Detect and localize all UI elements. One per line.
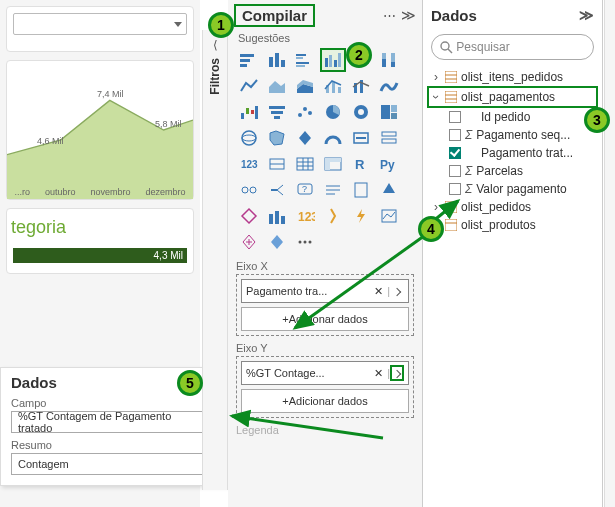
viz-funnel-icon[interactable] (264, 100, 290, 124)
field-menu-icon[interactable] (390, 285, 404, 297)
field-pag-seq[interactable]: ΣPagamento seq... (427, 126, 598, 144)
search-placeholder: Pesquisar (456, 40, 509, 54)
axis-x-field[interactable]: Pagamento tra... ✕ | (241, 279, 409, 303)
viz-column-icon[interactable] (264, 48, 290, 72)
viz-custom1-icon[interactable] (236, 230, 262, 254)
step-badge-5: 5 (177, 370, 203, 396)
collapse-icon[interactable]: ⟨ (213, 38, 218, 52)
svg-rect-29 (251, 110, 254, 114)
table-olist-itens[interactable]: ›olist_itens_pedidos (427, 68, 598, 86)
svg-rect-73 (269, 214, 273, 224)
viz-line-column-icon[interactable] (320, 74, 346, 98)
viz-map-icon[interactable] (236, 126, 262, 150)
svg-rect-47 (382, 132, 396, 136)
viz-clustered-column-icon[interactable] (320, 48, 346, 72)
svg-point-78 (299, 241, 302, 244)
search-icon (440, 41, 453, 54)
viz-sparkline-icon[interactable] (376, 204, 402, 228)
visual-card-slicer[interactable] (6, 6, 194, 52)
table-olist-pagamentos[interactable]: ›olist_pagamentos (427, 86, 598, 108)
viz-goals-icon[interactable] (320, 204, 346, 228)
remove-icon[interactable]: ✕ (370, 367, 387, 380)
checkbox-checked[interactable] (449, 147, 461, 159)
viz-py-icon[interactable]: Py (376, 152, 402, 176)
viz-decomp-icon[interactable] (264, 178, 290, 202)
expand-icon[interactable]: ≫ (579, 7, 594, 23)
viz-donut-icon[interactable] (348, 100, 374, 124)
viz-flash-icon[interactable]: 123 (292, 204, 318, 228)
svg-rect-5 (281, 60, 285, 67)
viz-clustered-bar-icon[interactable] (292, 48, 318, 72)
viz-slicer-icon[interactable] (264, 152, 290, 176)
axis-y-field[interactable]: %GT Contage... ✕ | (241, 361, 409, 385)
viz-more-icon[interactable] (292, 230, 318, 254)
viz-automate-icon[interactable] (264, 204, 290, 228)
field-id-pedido[interactable]: Id pedido (427, 108, 598, 126)
viz-stacked-area-icon[interactable] (292, 74, 318, 98)
viz-filled-map-icon[interactable] (264, 126, 290, 150)
viz-narrative-icon[interactable] (320, 178, 346, 202)
viz-kpi-icon[interactable]: 123 (236, 152, 262, 176)
svg-point-35 (303, 107, 307, 111)
visual-card-area-chart[interactable]: 4,6 Mil 7,4 Mil 5,8 Mil ...ro outubro no… (6, 60, 194, 200)
search-input[interactable]: Pesquisar (431, 34, 594, 60)
checkbox[interactable] (449, 165, 461, 177)
summary-label: Resumo (11, 439, 219, 451)
checkbox[interactable] (449, 183, 461, 195)
checkbox[interactable] (449, 111, 461, 123)
expand-icon[interactable]: ≫ (401, 7, 416, 23)
summary-select[interactable]: Contagem (11, 453, 219, 475)
axis-y-field-text: %GT Contage... (246, 367, 370, 379)
viz-arcgis-icon[interactable] (376, 178, 402, 202)
suggestions-label: Sugestões (228, 30, 422, 46)
viz-r-icon[interactable]: R (348, 152, 374, 176)
viz-key-influencers-icon[interactable] (236, 178, 262, 202)
viz-pie-icon[interactable] (320, 100, 346, 124)
viz-paginated-icon[interactable] (348, 178, 374, 202)
viz-gauge-icon[interactable] (320, 126, 346, 150)
viz-stacked-col100-icon[interactable] (376, 48, 402, 72)
slicer-dropdown[interactable] (13, 13, 187, 35)
field-parcelas[interactable]: ΣParcelas (427, 162, 598, 180)
svg-point-39 (358, 109, 364, 115)
viz-area-icon[interactable] (264, 74, 290, 98)
viz-line-stacked-icon[interactable] (348, 74, 374, 98)
viz-multirow-icon[interactable] (376, 126, 402, 150)
svg-line-65 (277, 185, 283, 190)
field-menu-icon[interactable] (390, 365, 404, 381)
viz-custom2-icon[interactable] (264, 230, 290, 254)
viz-ribbon-icon[interactable] (376, 74, 402, 98)
remove-icon[interactable]: ✕ (370, 285, 387, 298)
table-olist-pedidos[interactable]: ›olist_pedidos (427, 198, 598, 216)
svg-text:?: ? (302, 184, 307, 194)
checkbox[interactable] (449, 129, 461, 141)
axis-y-well[interactable]: %GT Contage... ✕ | +Adicionar dados (236, 356, 414, 418)
viz-treemap-icon[interactable] (376, 100, 402, 124)
field-valor[interactable]: ΣValor pagamento (427, 180, 598, 198)
svg-point-79 (304, 241, 307, 244)
filters-rail[interactable]: ⟨ Filtros (202, 30, 228, 490)
viz-stacked-bar-icon[interactable] (236, 48, 262, 72)
viz-table-icon[interactable] (292, 152, 318, 176)
viz-azure-map-icon[interactable] (292, 126, 318, 150)
svg-point-44 (242, 135, 256, 141)
viz-card-icon[interactable] (348, 126, 374, 150)
viz-flash2-icon[interactable] (348, 204, 374, 228)
viz-qa-icon[interactable]: ? (292, 178, 318, 202)
more-icon[interactable]: ⋯ (383, 8, 397, 23)
visual-card-bar[interactable]: tegoria 4,3 Mil (6, 208, 194, 274)
viz-waterfall-icon[interactable] (236, 100, 262, 124)
axis-y-add[interactable]: +Adicionar dados (241, 389, 409, 413)
field-select[interactable]: %GT Contagem de Pagamento tratado (11, 411, 219, 433)
axis-x-add[interactable]: +Adicionar dados (241, 307, 409, 331)
field-pag-trat[interactable]: Pagamento trat... (427, 144, 598, 162)
viz-powerapps-icon[interactable] (236, 204, 262, 228)
viz-line-icon[interactable] (236, 74, 262, 98)
svg-rect-19 (382, 53, 386, 59)
viz-matrix-icon[interactable] (320, 152, 346, 176)
viz-scatter-icon[interactable] (292, 100, 318, 124)
data-label: 4,6 Mil (37, 136, 64, 146)
axis-x-well[interactable]: Pagamento tra... ✕ | +Adicionar dados (236, 274, 414, 336)
svg-rect-13 (338, 53, 341, 67)
table-olist-produtos[interactable]: ›olist_produtos (427, 216, 598, 234)
